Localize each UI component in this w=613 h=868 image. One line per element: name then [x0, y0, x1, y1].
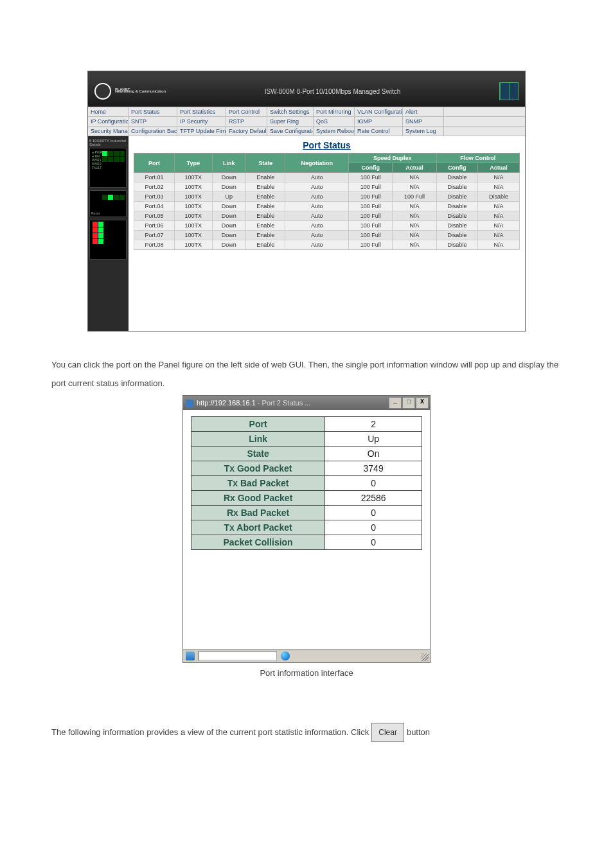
nav-link[interactable]: Switch Settings — [267, 107, 314, 116]
cell-type: 100TX — [174, 202, 212, 211]
info-row: Tx Good Packet3749 — [191, 461, 422, 476]
nav-link[interactable]: Alert — [403, 107, 444, 116]
nav-link[interactable]: Port Control — [226, 107, 267, 116]
table-row: Port.08100TXDownEnableAuto100 FullN/ADis… — [134, 240, 520, 250]
nav-link[interactable]: Security Manager — [88, 127, 129, 136]
info-value: 0 — [325, 506, 422, 520]
nav-link[interactable]: Rate Control — [355, 127, 403, 136]
table-row: Port.05100TXDownEnableAuto100 FullN/ADis… — [134, 211, 520, 221]
cell-fc_cfg: Disable — [436, 182, 478, 192]
nav-link[interactable]: TFTP Update Firmware — [177, 127, 226, 136]
nav-link[interactable]: Home — [88, 107, 129, 116]
info-value: 0 — [325, 520, 422, 535]
nav-link[interactable]: System Reboot — [314, 127, 355, 136]
device-panel-3[interactable] — [89, 220, 127, 260]
device-panel-1[interactable]: ● PWR● RMPWR1PWR2FAULT — [89, 148, 127, 188]
cell-port: Port.05 — [134, 211, 175, 221]
cell-sd_cfg: 100 Full — [349, 231, 393, 240]
port-status-screenshot: PLANET Networking & Communication ISW-80… — [87, 71, 526, 332]
nav-link[interactable]: IP Configuration — [88, 117, 129, 126]
cell-fc_act: N/A — [478, 211, 520, 221]
nav-link[interactable]: Port Status — [129, 107, 177, 116]
nav-link — [444, 127, 483, 136]
page-title: Port Status — [134, 140, 520, 150]
nav-link[interactable]: Configuration Backup — [129, 127, 177, 136]
nav-link[interactable]: IP Security — [177, 117, 226, 126]
cell-sd_act: N/A — [393, 221, 436, 231]
cell-fc_act: N/A — [478, 182, 520, 192]
cell-sd_act: N/A — [393, 173, 436, 182]
col-link: Link — [212, 154, 245, 173]
table-row: Port.03100TXUpEnableAuto100 Full100 Full… — [134, 192, 520, 202]
col-state: State — [246, 154, 285, 173]
info-key: Link — [191, 432, 325, 447]
col-fc-config: Config — [436, 163, 478, 173]
nav-link[interactable]: Super Ring — [267, 117, 314, 126]
info-row: Rx Good Packet22586 — [191, 491, 422, 506]
brand-sub: Networking & Communication — [115, 89, 166, 93]
cell-fc_cfg: Disable — [436, 231, 478, 240]
col-port: Port — [134, 154, 175, 173]
cell-link: Down — [212, 182, 245, 192]
sidebar-title: 8 10/100TX Industrial Switch — [89, 139, 127, 146]
popup-titlebar: http://192.168.16.1 - Port 2 Status ... … — [183, 396, 430, 410]
cell-sd_act: 100 Full — [393, 192, 436, 202]
main-content: Port Status Port Type Link State Negotia… — [129, 136, 525, 331]
minimize-button[interactable]: _ — [389, 397, 402, 409]
nav-link[interactable]: Port Mirroring — [314, 107, 355, 116]
nav-link[interactable]: SNTP — [129, 117, 177, 126]
nav-link[interactable]: QoS — [314, 117, 355, 126]
nav-link[interactable]: Port Statistics — [177, 107, 226, 116]
cell-fc_act: N/A — [478, 202, 520, 211]
cell-port: Port.01 — [134, 173, 175, 182]
cell-fc_cfg: Disable — [436, 192, 478, 202]
app-title: ISW-800M 8-Port 10/100Mbps Managed Switc… — [265, 88, 401, 95]
device-panel-sidebar[interactable]: 8 10/100TX Industrial Switch ● PWR● RMPW… — [88, 136, 129, 331]
cell-sd_act: N/A — [393, 182, 436, 192]
port-leds[interactable] — [102, 151, 125, 162]
cell-state: Enable — [246, 182, 285, 192]
clear-button[interactable]: Clear — [371, 723, 404, 742]
cell-link: Down — [212, 221, 245, 231]
maximize-button[interactable]: □ — [402, 397, 415, 409]
cell-sd_act: N/A — [393, 202, 436, 211]
nav-link[interactable]: RSTP — [226, 117, 267, 126]
nav-link[interactable]: Save Configuration — [267, 127, 314, 136]
info-key: Rx Good Packet — [191, 491, 325, 506]
info-key: Tx Good Packet — [191, 461, 325, 476]
device-panel-2[interactable]: Reset — [89, 190, 127, 217]
cell-sd_cfg: 100 Full — [349, 202, 393, 211]
cell-neg: Auto — [285, 231, 349, 240]
info-row: Tx Bad Packet0 — [191, 476, 422, 491]
top-nav: HomePort StatusPort StatisticsPort Contr… — [88, 107, 525, 136]
cell-sd_cfg: 100 Full — [349, 192, 393, 202]
cell-fc_act: N/A — [478, 240, 520, 250]
cell-type: 100TX — [174, 221, 212, 231]
nav-link[interactable]: Factory Default — [226, 127, 267, 136]
cell-link: Up — [212, 192, 245, 202]
info-row: Tx Abort Packet0 — [191, 520, 422, 535]
cell-type: 100TX — [174, 173, 212, 182]
app-header: PLANET Networking & Communication ISW-80… — [88, 76, 525, 107]
cell-neg: Auto — [285, 221, 349, 231]
col-speed-duplex: Speed Duplex — [349, 154, 436, 163]
cell-sd_cfg: 100 Full — [349, 221, 393, 231]
port-info-table: Port2LinkUpStateOnTx Good Packet3749Tx B… — [191, 416, 422, 550]
cell-type: 100TX — [174, 192, 212, 202]
cell-link: Down — [212, 202, 245, 211]
resize-grip[interactable] — [421, 653, 429, 661]
info-value: On — [325, 447, 422, 461]
nav-link[interactable]: System Log — [403, 127, 444, 136]
cell-type: 100TX — [174, 231, 212, 240]
cell-state: Enable — [246, 231, 285, 240]
nav-link[interactable]: IGMP — [355, 117, 403, 126]
cell-fc_act: N/A — [478, 173, 520, 182]
nav-link[interactable]: SNMP — [403, 117, 444, 126]
cell-neg: Auto — [285, 240, 349, 250]
close-button[interactable]: X — [416, 397, 429, 409]
info-row: StateOn — [191, 447, 422, 461]
nav-link[interactable]: VLAN Configuration — [355, 107, 403, 116]
info-value: 2 — [325, 417, 422, 432]
cell-port: Port.04 — [134, 202, 175, 211]
cell-fc_cfg: Disable — [436, 240, 478, 250]
